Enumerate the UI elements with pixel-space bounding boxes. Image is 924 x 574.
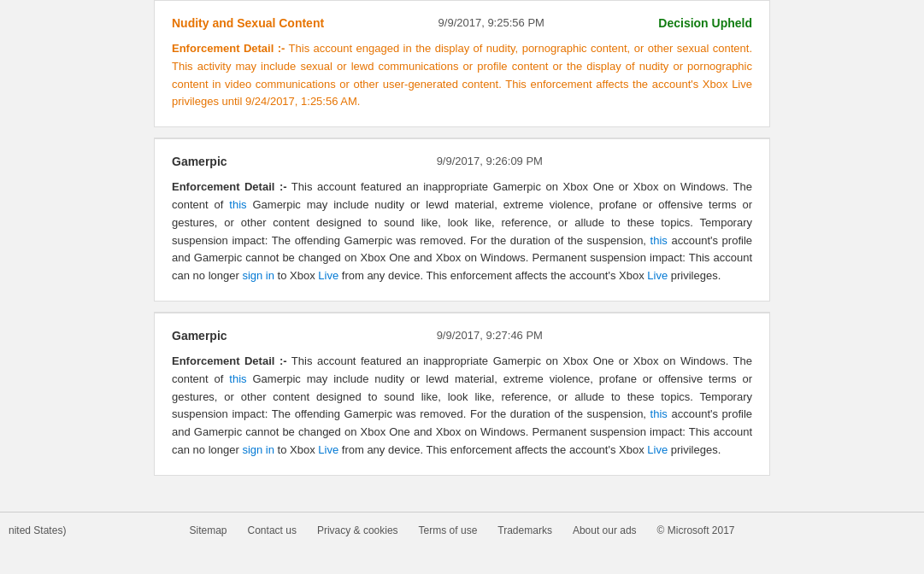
blue-highlight: sign in: [242, 443, 274, 456]
blue-highlight: Live: [647, 269, 668, 282]
card-header-1: Nudity and Sexual Content9/9/2017, 9:25:…: [172, 16, 752, 30]
card-date-3: 9/9/2017, 9:27:46 PM: [227, 329, 752, 342]
footer-link-trademarks[interactable]: Trademarks: [497, 524, 552, 536]
footer-link-sitemap[interactable]: Sitemap: [190, 524, 227, 536]
card-status-1: Decision Upheld: [658, 16, 752, 30]
main-content: Nudity and Sexual Content9/9/2017, 9:25:…: [0, 0, 924, 503]
footer: nited States) SitemapContact usPrivacy &…: [0, 512, 924, 548]
blue-highlight: sign in: [242, 269, 274, 282]
footer-link-about-our-ads[interactable]: About our ads: [573, 524, 637, 536]
enforcement-card-1: Nudity and Sexual Content9/9/2017, 9:25:…: [154, 0, 770, 127]
card-date-2: 9/9/2017, 9:26:09 PM: [227, 155, 752, 167]
blue-highlight: Live: [318, 443, 338, 456]
card-label-2: Enforcement Detail :-: [172, 180, 287, 193]
card-label-1: Enforcement Detail :-: [172, 42, 285, 55]
enforcement-card-2: Gamerpic9/9/2017, 9:26:09 PMEnforcement …: [154, 138, 770, 302]
blue-highlight: this: [229, 198, 246, 211]
card-label-3: Enforcement Detail :-: [172, 354, 287, 367]
footer-link-contact-us[interactable]: Contact us: [248, 524, 297, 536]
footer-copyright: © Microsoft 2017: [657, 524, 735, 536]
card-detail-3: Enforcement Detail :- This account featu…: [172, 353, 752, 460]
card-title-2: Gamerpic: [172, 155, 227, 168]
blue-highlight: this: [229, 372, 246, 385]
enforcement-card-3: Gamerpic9/9/2017, 9:27:46 PMEnforcement …: [154, 313, 770, 476]
footer-links: SitemapContact usPrivacy & cookiesTerms …: [190, 524, 637, 536]
footer-link-terms-of-use[interactable]: Terms of use: [419, 524, 478, 536]
card-detail-2: Enforcement Detail :- This account featu…: [172, 179, 752, 285]
blue-highlight: Live: [647, 443, 668, 456]
card-title-1: Nudity and Sexual Content: [172, 16, 324, 30]
footer-locale: nited States): [9, 524, 66, 536]
card-text-3: This account featured an inappropriate G…: [172, 354, 752, 456]
card-header-2: Gamerpic9/9/2017, 9:26:09 PM: [172, 155, 752, 168]
card-header-3: Gamerpic9/9/2017, 9:27:46 PM: [172, 329, 752, 343]
card-detail-1: Enforcement Detail :- This account engag…: [172, 40, 752, 111]
card-date-1: 9/9/2017, 9:25:56 PM: [324, 16, 658, 29]
blue-highlight: this: [650, 407, 668, 420]
card-text-2: This account featured an inappropriate G…: [172, 180, 752, 282]
blue-highlight: this: [650, 234, 668, 247]
blue-highlight: Live: [318, 269, 338, 282]
card-title-3: Gamerpic: [172, 329, 227, 343]
footer-link-privacy-and-cookies[interactable]: Privacy & cookies: [317, 524, 398, 536]
